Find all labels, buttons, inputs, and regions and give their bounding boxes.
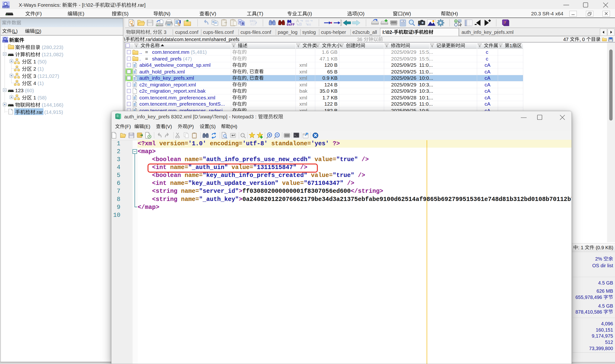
- svg-text:A: A: [296, 19, 299, 23]
- svg-text:b: b: [239, 20, 241, 24]
- svg-text:B: B: [242, 22, 244, 26]
- svg-text:0: 0: [403, 20, 404, 22]
- svg-text:00: 00: [305, 19, 309, 23]
- svg-text:?: ?: [504, 21, 506, 25]
- svg-text:B: B: [299, 22, 302, 27]
- svg-text:3A3FE0: 3A3FE0: [3, 6, 10, 8]
- svg-text:101: 101: [249, 19, 255, 23]
- svg-text:0xFF: 0xFF: [287, 23, 295, 27]
- svg-text:>_: >_: [294, 134, 297, 137]
- svg-text::#:: :#:: [3, 41, 5, 42]
- svg-text:010: 010: [250, 23, 256, 26]
